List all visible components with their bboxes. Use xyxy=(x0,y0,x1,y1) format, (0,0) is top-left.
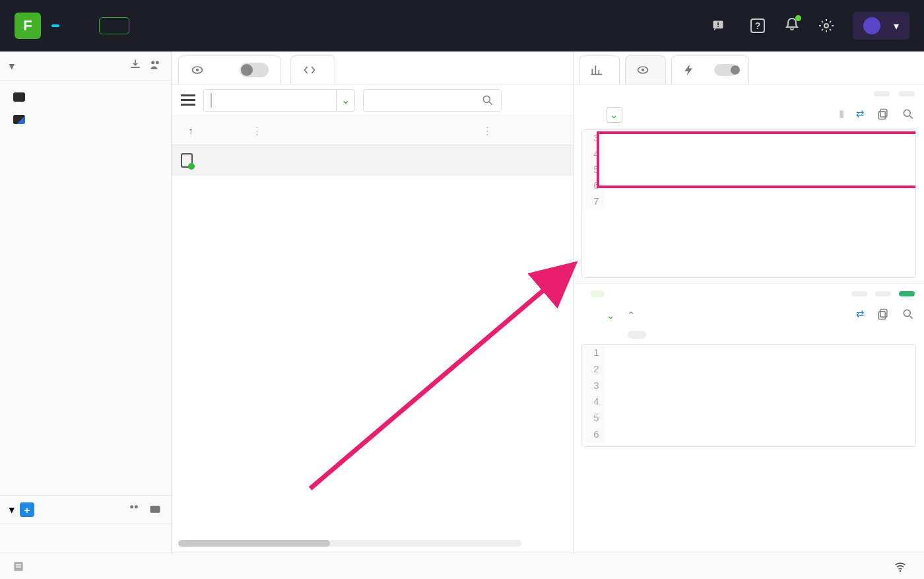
svg-point-13 xyxy=(483,96,490,102)
feedback-button[interactable] xyxy=(711,19,731,32)
method-badge xyxy=(899,91,915,96)
notifications-button[interactable] xyxy=(784,17,800,35)
svg-rect-23 xyxy=(16,564,21,565)
http-version-badge xyxy=(874,91,890,96)
share-icon[interactable] xyxy=(127,502,141,518)
chevron-down-icon: ▾ xyxy=(9,504,15,516)
sort-up-icon: ↑ xyxy=(189,125,193,136)
search-icon xyxy=(481,94,494,107)
svg-point-7 xyxy=(155,61,158,64)
svg-point-18 xyxy=(904,110,910,116)
app-logo: F xyxy=(15,13,59,39)
svg-point-6 xyxy=(151,61,154,64)
feedback-icon xyxy=(711,19,725,32)
chevron-down-icon: ⌄ xyxy=(336,90,354,111)
live-traffic-toggle[interactable] xyxy=(240,63,269,77)
avatar-icon xyxy=(863,17,880,34)
sidebar-item-my-sessions[interactable] xyxy=(0,86,171,108)
format-text-tab[interactable] xyxy=(583,331,601,339)
format-xml-tab[interactable] xyxy=(628,331,646,339)
eye-icon xyxy=(191,63,204,77)
certificate-badge xyxy=(591,290,604,297)
svg-point-21 xyxy=(904,310,910,316)
requests-header[interactable]: ▾ + xyxy=(0,495,171,524)
svg-point-12 xyxy=(195,69,198,71)
menu-icon[interactable] xyxy=(181,94,195,106)
rules-toggle[interactable] xyxy=(714,64,738,76)
sessions-header[interactable]: ▾ xyxy=(0,51,171,81)
svg-rect-24 xyxy=(16,566,21,568)
dropdown-button[interactable]: ⌄ xyxy=(607,107,622,123)
wifi-icon xyxy=(894,560,907,573)
svg-point-8 xyxy=(130,505,133,508)
add-request-button[interactable]: + xyxy=(20,502,34,517)
column-menu-icon[interactable]: ⋮ xyxy=(475,125,500,136)
folder-icon[interactable] xyxy=(148,502,162,518)
traffic-row[interactable] xyxy=(172,145,573,176)
chevron-down-icon: ▾ xyxy=(894,20,899,32)
svg-point-25 xyxy=(900,570,902,572)
manage-subscription-button[interactable] xyxy=(99,17,129,34)
filter-combo[interactable]: ⌄ xyxy=(203,89,355,112)
toggle-view-icon[interactable]: ⇄ xyxy=(856,108,865,123)
tab-composer[interactable] xyxy=(290,55,335,84)
raw-icon[interactable]: ▮ xyxy=(839,108,844,123)
response-body-code[interactable]: 1 2 3 4 5 6 xyxy=(581,344,916,447)
raw-dropdown[interactable]: ⌄ xyxy=(607,310,615,322)
chart-icon xyxy=(590,63,603,77)
inspector-panel: ⌄ ▮ ⇄ 3 4 5 6 7 xyxy=(573,51,924,553)
column-number[interactable]: ↑ xyxy=(172,125,244,136)
search-icon[interactable] xyxy=(902,108,915,123)
svg-rect-10 xyxy=(150,506,160,513)
svg-rect-20 xyxy=(878,312,885,320)
no-requests-title xyxy=(0,524,171,553)
svg-rect-2 xyxy=(717,26,719,27)
download-icon[interactable] xyxy=(129,58,142,73)
status-bar xyxy=(0,553,924,579)
sidebar-item-shared[interactable] xyxy=(0,108,171,131)
column-menu-icon[interactable]: ⋮ xyxy=(244,125,270,136)
gear-icon[interactable] xyxy=(818,18,834,34)
svg-rect-1 xyxy=(717,22,719,25)
tab-live-traffic[interactable] xyxy=(178,55,281,84)
logo-icon: F xyxy=(15,13,41,39)
eye-icon xyxy=(636,63,649,77)
copy-icon[interactable] xyxy=(876,308,890,323)
svg-point-15 xyxy=(641,69,644,71)
user-menu[interactable]: ▾ xyxy=(853,12,909,40)
svg-rect-17 xyxy=(878,111,885,119)
svg-rect-16 xyxy=(880,109,887,117)
sidebar: ▾ ▾ + xyxy=(0,51,172,553)
svg-point-5 xyxy=(824,24,828,28)
search-icon[interactable] xyxy=(902,308,915,323)
app-header: F ? ▾ xyxy=(0,0,924,51)
http-version-badge xyxy=(875,291,891,296)
collapse-all-button[interactable]: ⌃ xyxy=(627,310,636,322)
svg-point-9 xyxy=(134,505,137,508)
shared-folder-icon xyxy=(13,115,25,124)
svg-text:?: ? xyxy=(755,20,761,31)
search-input[interactable] xyxy=(363,89,502,112)
share-icon[interactable] xyxy=(148,58,162,73)
folder-icon xyxy=(13,92,25,102)
code-icon xyxy=(303,63,316,77)
pro-badge xyxy=(51,24,59,27)
help-icon[interactable]: ? xyxy=(750,18,766,34)
format-json-tab[interactable] xyxy=(605,331,624,339)
connection-status xyxy=(894,560,912,573)
tab-inspectors[interactable] xyxy=(625,55,666,84)
tab-overview[interactable] xyxy=(579,55,620,84)
horizontal-scrollbar[interactable] xyxy=(178,540,521,547)
session-icon xyxy=(181,153,193,168)
copy-icon[interactable] xyxy=(876,108,890,123)
tab-rules[interactable] xyxy=(671,55,749,84)
body-size-badge xyxy=(851,291,867,296)
toggle-view-icon[interactable]: ⇄ xyxy=(856,308,865,323)
chevron-down-icon: ▾ xyxy=(9,60,15,72)
main-panel: ⌄ ↑ ⋮ ⋮ xyxy=(172,51,573,553)
traffic-grid-header: ↑ ⋮ ⋮ xyxy=(172,116,573,145)
resources-icon[interactable] xyxy=(12,560,25,573)
request-headers-code[interactable]: 3 4 5 6 7 xyxy=(581,129,916,278)
status-code-badge xyxy=(899,291,915,296)
notification-dot-icon xyxy=(795,15,801,21)
